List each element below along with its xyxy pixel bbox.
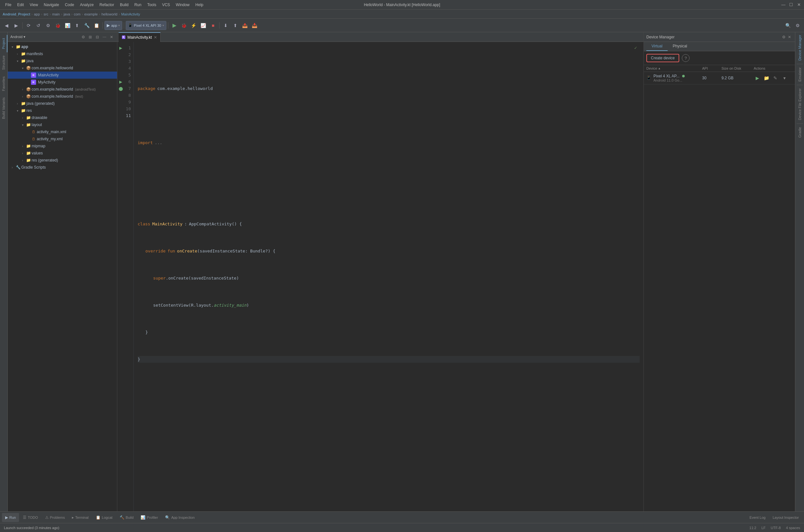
menu-window[interactable]: Window [173,2,192,8]
bottom-tab-build[interactable]: 🔨 Build [116,513,137,522]
refresh-button[interactable]: ↺ [34,21,43,30]
menu-navigate[interactable]: Navigate [41,2,62,8]
tree-item-res[interactable]: ▾ 📁 res [8,107,117,114]
project-header-expand[interactable]: ⊞ [88,34,93,40]
tree-item-activity-main-xml[interactable]: 🗒 activity_main.xml [8,128,117,135]
build-variants-tab[interactable]: Build Variants [0,94,7,122]
device-row[interactable]: 📱 Pixel 4 XL AP... Android 11.0 Go... 30… [644,72,795,84]
breadcrumb-com[interactable]: com [74,12,81,16]
search-everywhere-button[interactable]: 🔍 [783,21,792,30]
gutter-run-6[interactable]: ▶ [117,80,124,84]
structure-tab[interactable]: Structure [0,52,7,73]
breadcrumb-project[interactable]: Android_Project [3,12,30,16]
project-header-more[interactable]: ⋯ [101,34,107,40]
menu-vcs[interactable]: VCS [159,2,173,8]
bottom-tab-terminal[interactable]: ▸ Terminal [69,513,92,522]
tree-item-res-gen[interactable]: › 📁 res (generated) [8,157,117,164]
right-strip-device-manager[interactable]: Device Manager [798,32,802,63]
run-with-coverage-button[interactable]: ⚡ [189,21,198,30]
indent-info[interactable]: 4 spaces [786,526,800,530]
tree-item-java[interactable]: ▾ 📁 java [8,57,117,64]
tree-item-pkg-android-test[interactable]: › 📦 com.example.helloworld (androidTest) [8,86,117,93]
menu-build[interactable]: Build [117,2,131,8]
device-dropdown[interactable]: 📱 Pixel 4 XL API 30 ▾ [126,21,166,30]
close-button[interactable]: ✕ [796,2,801,7]
project-panel-title[interactable]: Android ▾ [10,35,79,39]
more-btn-1[interactable]: ⬇ [221,21,230,30]
bottom-tab-event-log[interactable]: Event Log [746,513,769,522]
tree-item-app[interactable]: ▾ 📁 app [8,43,117,50]
bottom-tab-problems[interactable]: ⚠ Problems [42,513,68,522]
device-manager-settings[interactable]: ⚙ [781,34,787,40]
tree-item-values[interactable]: › 📁 values [8,150,117,157]
tree-item-mipmap[interactable]: › 📁 mipmap [8,142,117,150]
file-encoding[interactable]: UTF-8 [771,526,781,530]
project-header-close[interactable]: ✕ [109,34,114,40]
tree-item-layout[interactable]: ▾ 📁 layout [8,121,117,128]
tree-item-drawable[interactable]: › 📁 drawable [8,114,117,121]
tree-item-activity-my-xml[interactable]: 🗒 activity_my.xml [8,135,117,142]
tree-item-manifests[interactable]: › 📁 manifests [8,50,117,57]
col-device[interactable]: Device ▲ [646,66,702,70]
toolbar-btn-3[interactable]: ⚙ [43,21,53,30]
device-manager-close[interactable]: ✕ [787,34,792,40]
run-button[interactable]: ▶ [170,21,179,30]
bottom-tab-todo[interactable]: ☰ TODO [20,513,41,522]
app-configuration-dropdown[interactable]: ▶ app ▾ [104,21,122,30]
settings-button[interactable]: ⚙ [793,21,802,30]
tree-item-pkg-unit-test[interactable]: › 📦 com.example.helloworld (test) [8,93,117,100]
minimize-button[interactable]: — [781,2,786,7]
breadcrumb-src[interactable]: src [43,12,49,16]
dm-tab-physical[interactable]: Physical [668,42,692,51]
breadcrumb-java[interactable]: java [63,12,70,16]
maximize-button[interactable]: ☐ [788,2,794,7]
breadcrumb-example[interactable]: example [84,12,98,16]
project-header-collapse[interactable]: ⊟ [94,34,100,40]
more-btn-3[interactable]: 📤 [241,21,250,30]
tree-item-my-activity[interactable]: K MyActivity [8,79,117,86]
tree-item-main-activity[interactable]: K MainActivity [8,72,117,79]
device-manager-help[interactable]: ? [682,54,690,62]
menu-edit[interactable]: Edit [15,2,26,8]
dm-tab-virtual[interactable]: Virtual [646,42,668,51]
line-separator[interactable]: LF [762,526,766,530]
right-strip-device-file-explorer[interactable]: Device File Explorer [798,86,802,122]
create-device-button[interactable]: Create device [646,54,679,62]
favorites-tab[interactable]: Favorites [0,73,7,94]
tree-item-java-gen[interactable]: › 📁 java (generated) [8,100,117,107]
menu-help[interactable]: Help [193,2,206,8]
right-strip-gradle[interactable]: Gradle [798,125,802,140]
code-content[interactable]: ✓ package com.example.helloworld import … [134,42,644,511]
menu-refactor[interactable]: Refactor [97,2,117,8]
folder-device-button[interactable]: 📁 [763,75,770,81]
menu-file[interactable]: File [3,2,14,8]
gutter-debug-7[interactable]: ⬤ [117,87,124,91]
cursor-position[interactable]: 11:2 [749,526,756,530]
code-editor[interactable]: ▶ 1 2 3 4 5 [117,42,644,511]
gutter-run-1[interactable]: ▶ [117,46,124,50]
breadcrumb-main[interactable]: main [52,12,60,16]
menu-tools[interactable]: Tools [145,2,159,8]
breadcrumb-app[interactable]: app [34,12,40,16]
breadcrumb-helloworld[interactable]: helloworld [101,12,118,16]
toolbar-btn-4[interactable]: 🐞 [53,21,62,30]
project-tab[interactable]: Project [0,35,7,52]
bottom-tab-profiler[interactable]: 📊 Profiler [137,513,161,522]
toolbar-btn-6[interactable]: ⬆ [73,21,81,30]
run-device-button[interactable]: ▶ [754,75,761,81]
more-btn-4[interactable]: 📥 [250,21,259,30]
toolbar-btn-7[interactable]: 🔧 [82,21,91,30]
forward-button[interactable]: ▶ [12,21,21,30]
toolbar-btn-5[interactable]: 📊 [63,21,72,30]
bottom-tab-run[interactable]: ▶ Run [2,513,19,522]
bottom-tab-app-inspection[interactable]: 🔍 App Inspection [162,513,198,522]
menu-code[interactable]: Code [62,2,77,8]
profile-button[interactable]: 📈 [199,21,208,30]
breadcrumb-mainactivity[interactable]: MainActivity [121,12,140,16]
menu-analyze[interactable]: Analyze [77,2,96,8]
toolbar-btn-8[interactable]: 📋 [92,21,101,30]
right-strip-emulator[interactable]: Emulator [798,65,802,84]
project-header-settings[interactable]: ⚙ [80,34,86,40]
more-device-button[interactable]: ▾ [781,75,788,81]
tree-item-gradle-scripts[interactable]: › 🔧 Gradle Scripts [8,164,117,171]
